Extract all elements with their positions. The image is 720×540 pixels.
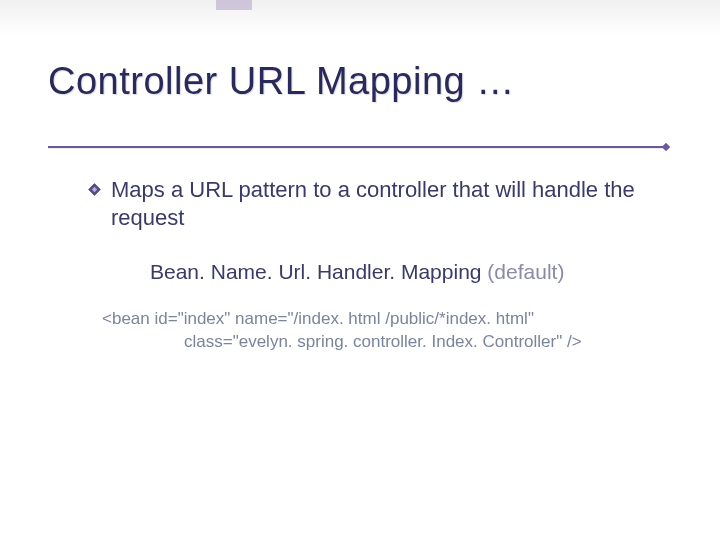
code-line-2: class="evelyn. spring. controller. Index… (102, 331, 658, 354)
header-shadow (0, 0, 720, 36)
mapping-strategy-line: Bean. Name. Url. Handler. Mapping (defau… (150, 260, 658, 284)
slide-body: Maps a URL pattern to a controller that … (88, 176, 658, 354)
xml-snippet: <bean id="index" name="/index. html /pub… (102, 308, 658, 354)
mapping-class-name: Bean. Name. Url. Handler. Mapping (150, 260, 482, 283)
mapping-default-suffix: (default) (482, 260, 565, 283)
slide-title: Controller URL Mapping … (48, 60, 515, 103)
diamond-bullet-icon (88, 182, 101, 195)
slide: Controller URL Mapping … Maps a URL patt… (0, 0, 720, 540)
code-line-1: <bean id="index" name="/index. html /pub… (102, 308, 658, 331)
bullet-item: Maps a URL pattern to a controller that … (88, 176, 658, 232)
title-underline (48, 146, 666, 148)
bullet-text: Maps a URL pattern to a controller that … (111, 176, 658, 232)
accent-tick (216, 0, 252, 10)
